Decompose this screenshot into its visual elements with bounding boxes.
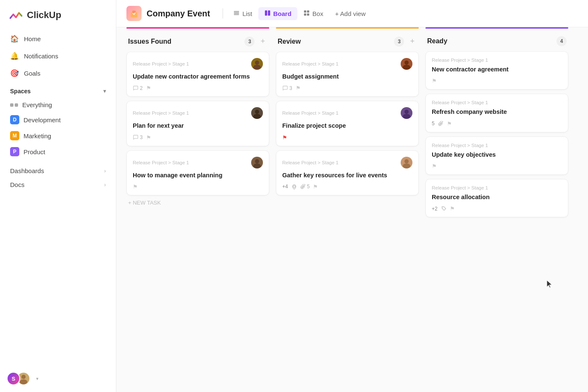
card-plan-next-year[interactable]: Release Project > Stage 1 Plan for next … (126, 101, 269, 146)
development-icon: D (10, 115, 19, 124)
sidebar: ClickUp 🏠 Home 🔔 Notifications 🎯 Goals S… (0, 0, 116, 392)
card-meta: Release Project > Stage 1 (432, 58, 562, 63)
sidebar-item-product[interactable]: P Product (0, 144, 116, 160)
column-count: 3 (244, 37, 255, 47)
card-meta: Release Project > Stage 1 (282, 107, 412, 119)
cards-list: Release Project > Stage 1 Budget assignm… (276, 52, 419, 195)
card-manage-event[interactable]: Release Project > Stage 1 How to manage … (126, 150, 269, 195)
card-title: Update new contractor agreement forms (133, 72, 263, 81)
card-resource-allocation[interactable]: Release Project > Stage 1 Resource alloc… (425, 179, 568, 217)
column-count: 4 (556, 36, 567, 46)
card-title: New contractor agreement (432, 65, 562, 74)
flag-icon: ⚑ (146, 134, 151, 141)
sidebar-item-label: Goals (24, 70, 40, 77)
svg-point-13 (255, 61, 259, 65)
tab-box[interactable]: Box (297, 7, 329, 20)
attachment-count: 5 (432, 121, 435, 126)
topbar: Company Event List Board (116, 0, 588, 27)
extra-count: +4 (282, 184, 288, 189)
card-footer: ⚑ (432, 163, 562, 169)
tab-board[interactable]: Board (258, 7, 297, 20)
avatar (251, 157, 263, 168)
svg-point-0 (21, 375, 26, 379)
column-header-review: Review 3 + (276, 29, 419, 52)
attachment-icon (438, 121, 444, 126)
card-budget-assignment[interactable]: Release Project > Stage 1 Budget assignm… (276, 52, 419, 97)
new-task-button[interactable]: + NEW TASK (126, 195, 269, 210)
card-footer: ⚑ (282, 134, 412, 141)
column-ready: Ready 4 Release Project > Stage 1 New co… (425, 27, 568, 382)
user-profile[interactable]: S ▾ (0, 365, 116, 392)
card-refresh-website[interactable]: Release Project > Stage 1 Refresh compan… (425, 94, 568, 132)
sidebar-item-dashboards[interactable]: Dashboards › (0, 164, 116, 178)
svg-point-20 (403, 65, 410, 70)
column-add-button[interactable]: + (407, 36, 417, 47)
card-update-objectives[interactable]: Release Project > Stage 1 Update key obj… (425, 137, 568, 175)
svg-rect-12 (307, 13, 309, 15)
column-header-ready: Ready 4 (425, 29, 568, 51)
comment-count: 3 (282, 85, 292, 91)
spaces-collapse-toggle[interactable]: ▾ (103, 88, 106, 94)
card-path: Release Project > Stage 1 (282, 110, 339, 116)
chevron-down-icon: ▾ (36, 376, 39, 381)
sidebar-item-docs[interactable]: Docs › (0, 178, 116, 192)
sidebar-item-label: Product (24, 148, 45, 155)
sidebar-item-goals[interactable]: 🎯 Goals (5, 65, 111, 82)
card-path: Release Project > Stage 1 (133, 61, 189, 66)
avatar (401, 107, 412, 119)
tab-board-label: Board (273, 10, 291, 17)
project-title: Company Event (147, 9, 210, 18)
avatar (401, 157, 412, 168)
sidebar-item-everything[interactable]: Everything (0, 98, 116, 112)
flag-icon: ⚑ (432, 163, 437, 169)
add-view-label: + Add view (335, 10, 366, 17)
card-title: Budget assignment (282, 72, 412, 81)
avatar-primary: S (7, 372, 20, 385)
avatar (251, 58, 263, 70)
card-title: Gather key resources for live events (282, 171, 412, 179)
card-update-contractor[interactable]: Release Project > Stage 1 Update new con… (126, 52, 269, 97)
card-footer: ⚑ (133, 184, 263, 190)
card-footer: ⚑ (432, 78, 562, 84)
flag-icon: ⚑ (146, 85, 151, 91)
chevron-right-icon: › (104, 182, 106, 188)
card-meta: Release Project > Stage 1 (432, 185, 562, 190)
svg-point-19 (404, 61, 409, 65)
tab-list[interactable]: List (227, 7, 258, 20)
card-meta: Release Project > Stage 1 (432, 143, 562, 148)
sidebar-item-notifications[interactable]: 🔔 Notifications (5, 47, 111, 65)
add-view-button[interactable]: + Add view (329, 8, 372, 20)
flag-icon-red: ⚑ (282, 134, 287, 141)
bell-icon: 🔔 (10, 52, 19, 61)
svg-point-18 (253, 163, 261, 168)
marketing-icon: M (10, 131, 19, 140)
svg-point-14 (253, 65, 261, 70)
card-gather-resources[interactable]: Release Project > Stage 1 Gather key res… (276, 150, 419, 195)
svg-point-22 (403, 114, 410, 119)
card-footer: +4 5 ⚑ (282, 184, 412, 190)
sidebar-item-home[interactable]: 🏠 Home (5, 30, 111, 47)
card-path: Release Project > Stage 1 (282, 61, 339, 66)
svg-point-21 (404, 110, 409, 114)
card-meta: Release Project > Stage 1 (282, 58, 412, 70)
box-icon (303, 10, 310, 18)
card-new-contractor-agreement[interactable]: Release Project > Stage 1 New contractor… (425, 51, 568, 89)
sidebar-item-label: Development (24, 116, 60, 124)
sidebar-item-marketing[interactable]: M Marketing (0, 128, 116, 144)
column-title: Review (278, 38, 391, 45)
app-logo[interactable]: ClickUp (0, 0, 116, 30)
sidebar-item-development[interactable]: D Development (0, 112, 116, 128)
svg-point-26 (442, 208, 443, 208)
card-footer: 3 ⚑ (133, 134, 263, 141)
svg-rect-9 (304, 10, 306, 12)
spaces-label: Spaces (10, 88, 31, 95)
card-meta: Release Project > Stage 1 (133, 107, 263, 119)
flag-icon: ⚑ (450, 205, 455, 212)
card-meta: Release Project > Stage 1 (133, 58, 263, 70)
svg-rect-4 (234, 11, 239, 12)
card-finalize-scope[interactable]: Release Project > Stage 1 Finalize proje… (276, 101, 419, 146)
column-add-button[interactable]: + (258, 36, 268, 47)
everything-icon (10, 103, 18, 107)
extra-count: +2 (432, 206, 438, 212)
card-meta: Release Project > Stage 1 (432, 100, 562, 105)
